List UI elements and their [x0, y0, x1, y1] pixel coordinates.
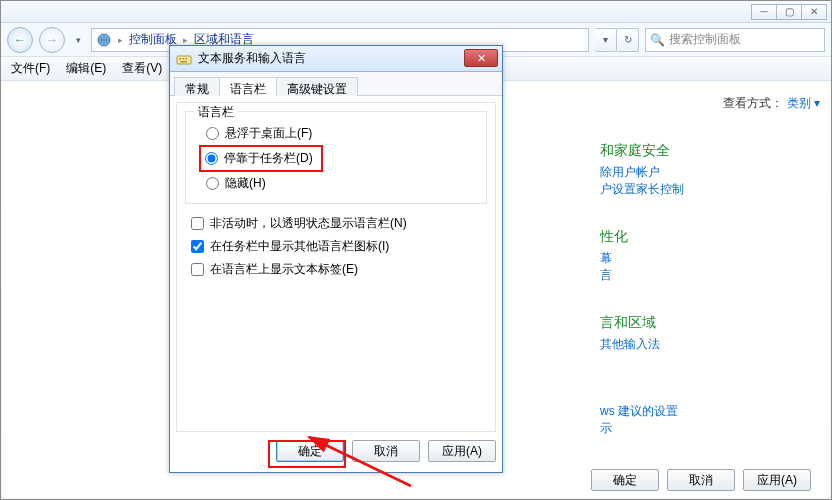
search-icon: 🔍 [650, 33, 665, 47]
search-input[interactable]: 🔍 搜索控制面板 [645, 28, 825, 52]
category-link[interactable]: 幕 [600, 250, 820, 267]
radio-dock-label: 停靠于任务栏(D) [224, 150, 313, 167]
dialog-ok-button[interactable]: 确定 [276, 440, 344, 462]
view-mode-row: 查看方式： 类别 ▾ [600, 95, 820, 112]
category-sidebar: 查看方式： 类别 ▾ 和家庭安全 除用户帐户 户设置家长控制 性化 幕 言 言和… [590, 89, 830, 443]
maximize-button[interactable]: ▢ [776, 4, 802, 20]
dialog-button-row: 确定 取消 应用(A) [176, 436, 496, 466]
dialog-apply-button[interactable]: 应用(A) [428, 440, 496, 462]
main-window-titlebar: ─ ▢ ✕ [1, 1, 831, 23]
svg-rect-1 [177, 56, 191, 64]
highlight-box-radio: 停靠于任务栏(D) [199, 145, 323, 172]
radio-float-input[interactable] [206, 127, 219, 140]
crumb-sep-icon: ▸ [183, 35, 188, 45]
category-header[interactable]: 言和区域 [600, 314, 820, 332]
nav-history-dropdown[interactable]: ▾ [71, 29, 85, 51]
category-link[interactable]: 其他输入法 [600, 336, 820, 353]
tab-general[interactable]: 常规 [174, 77, 220, 96]
language-bar-groupbox: 语言栏 悬浮于桌面上(F) 停靠于任务栏(D) 隐藏(H) [185, 111, 487, 204]
menu-file[interactable]: 文件(F) [5, 58, 56, 79]
svg-rect-2 [179, 58, 181, 60]
address-dropdown-button[interactable]: ▾ [595, 28, 617, 52]
checkbox-transparent-inactive[interactable]: 非活动时，以透明状态显示语言栏(N) [177, 212, 495, 235]
category-link[interactable]: 户设置家长控制 [600, 181, 820, 198]
keyboard-icon [176, 51, 192, 67]
radio-float-on-desktop[interactable]: 悬浮于桌面上(F) [202, 122, 476, 145]
checkbox-extra-icons[interactable]: 在任务栏中显示其他语言栏图标(I) [177, 235, 495, 258]
menu-view[interactable]: 查看(V) [116, 58, 168, 79]
tab-advanced-keys[interactable]: 高级键设置 [276, 77, 358, 96]
text-services-dialog: 文本服务和输入语言 ✕ 常规 语言栏 高级键设置 语言栏 悬浮于桌面上(F) 停… [169, 45, 503, 473]
svg-rect-4 [185, 58, 187, 60]
dialog-cancel-button[interactable]: 取消 [352, 440, 420, 462]
checkbox-transparent-input[interactable] [191, 217, 204, 230]
recommendation-link[interactable]: ws 建议的设置 [600, 403, 820, 420]
svg-rect-3 [182, 58, 184, 60]
groupbox-legend: 语言栏 [194, 104, 238, 121]
checkbox-extra-icons-label: 在任务栏中显示其他语言栏图标(I) [210, 238, 389, 255]
checkbox-extra-icons-input[interactable] [191, 240, 204, 253]
radio-hidden[interactable]: 隐藏(H) [202, 172, 476, 195]
checkbox-text-labels-input[interactable] [191, 263, 204, 276]
outer-cancel-button[interactable]: 取消 [667, 469, 735, 491]
radio-dock-input[interactable] [205, 152, 218, 165]
checkbox-text-labels[interactable]: 在语言栏上显示文本标签(E) [177, 258, 495, 281]
radio-float-label: 悬浮于桌面上(F) [225, 125, 312, 142]
refresh-button[interactable]: ↻ [617, 28, 639, 52]
forward-button[interactable]: → [39, 27, 65, 53]
outer-apply-button[interactable]: 应用(A) [743, 469, 811, 491]
outer-ok-button[interactable]: 确定 [591, 469, 659, 491]
recommendation-sub[interactable]: 示 [600, 420, 820, 437]
category-header[interactable]: 性化 [600, 228, 820, 246]
close-button[interactable]: ✕ [801, 4, 827, 20]
view-mode-dropdown[interactable]: 类别 ▾ [787, 96, 820, 110]
dialog-tabs: 常规 语言栏 高级键设置 [170, 72, 502, 96]
menu-edit[interactable]: 编辑(E) [60, 58, 112, 79]
category-link[interactable]: 除用户帐户 [600, 164, 820, 181]
checkbox-text-labels-label: 在语言栏上显示文本标签(E) [210, 261, 358, 278]
radio-dock-in-taskbar[interactable]: 停靠于任务栏(D) [203, 148, 315, 169]
dialog-titlebar[interactable]: 文本服务和输入语言 ✕ [170, 46, 502, 72]
category-header[interactable]: 和家庭安全 [600, 142, 820, 160]
view-mode-label: 查看方式： [723, 96, 783, 110]
radio-hidden-label: 隐藏(H) [225, 175, 266, 192]
radio-hidden-input[interactable] [206, 177, 219, 190]
svg-rect-5 [180, 61, 187, 63]
category-link[interactable]: 言 [600, 267, 820, 284]
dialog-body: 语言栏 悬浮于桌面上(F) 停靠于任务栏(D) 隐藏(H) [176, 102, 496, 432]
search-placeholder: 搜索控制面板 [669, 31, 741, 48]
globe-icon [96, 32, 112, 48]
minimize-button[interactable]: ─ [751, 4, 777, 20]
checkbox-transparent-label: 非活动时，以透明状态显示语言栏(N) [210, 215, 407, 232]
outer-dialog-buttons: 确定 取消 应用(A) [591, 469, 811, 491]
crumb-sep-icon: ▸ [118, 35, 123, 45]
dialog-title: 文本服务和输入语言 [198, 50, 306, 67]
tab-language-bar[interactable]: 语言栏 [219, 77, 277, 96]
dialog-close-button[interactable]: ✕ [464, 49, 498, 67]
back-button[interactable]: ← [7, 27, 33, 53]
address-bar-buttons: ▾ ↻ [595, 28, 639, 52]
